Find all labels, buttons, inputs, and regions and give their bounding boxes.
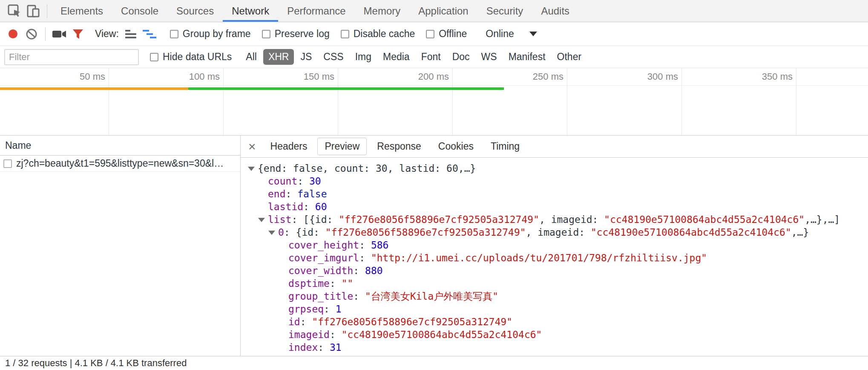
filter-type-xhr[interactable]: XHR [263, 49, 294, 65]
checkbox-label: Group by frame [183, 28, 251, 40]
checkbox-icon[interactable] [262, 30, 270, 38]
toolbar-separator [47, 4, 47, 18]
tab-console[interactable]: Console [112, 0, 167, 22]
detail-tab-cookies[interactable]: Cookies [431, 138, 480, 155]
tree-line[interactable]: imageid: "cc48190e57100864abc4d55a2c4104… [241, 328, 868, 341]
filter-type-font[interactable]: Font [416, 49, 446, 65]
tree-line[interactable]: list: [{id: "ff276e8056f58896e7cf92505a3… [241, 213, 868, 226]
clear-button[interactable] [22, 25, 41, 43]
tree-line[interactable]: dsptime: "" [241, 277, 868, 290]
tab-memory[interactable]: Memory [355, 0, 410, 22]
tree-line[interactable]: id: "ff276e8056f58896e7cf92505a312749" [241, 315, 868, 328]
request-row[interactable]: zj?ch=beauty&t1=595&listtype=new&sn=30&l… [0, 156, 240, 172]
filter-type-media[interactable]: Media [378, 49, 415, 65]
filter-type-other[interactable]: Other [552, 49, 587, 65]
filter-type-doc[interactable]: Doc [447, 49, 475, 65]
tab-audits[interactable]: Audits [532, 0, 578, 22]
timeline-tick-label: 100 ms [156, 68, 220, 85]
filter-type-js[interactable]: JS [295, 49, 317, 65]
filter-button[interactable] [69, 25, 87, 43]
record-button[interactable] [3, 25, 22, 43]
tree-line[interactable]: grpseq: 1 [241, 303, 868, 315]
tab-application[interactable]: Application [409, 0, 477, 22]
timeline-gridline [452, 68, 453, 135]
checkbox-disable-cache[interactable]: Disable cache [341, 28, 415, 40]
tree-line[interactable]: 0: {id: "ff276e8056f58896e7cf92505a31274… [241, 226, 868, 239]
json-punctuation: : {id: [284, 227, 325, 238]
disclosure-triangle-icon[interactable] [247, 162, 258, 175]
timeline-tick-label: 200 ms [385, 68, 449, 85]
json-punctuation: ,…},…] [805, 214, 840, 225]
tab-security[interactable]: Security [477, 0, 532, 22]
timeline-tick-label: 300 ms [614, 68, 678, 85]
tree-line[interactable]: cover_height: 586 [241, 239, 868, 251]
detail-tab-timing[interactable]: Timing [484, 138, 526, 155]
checkbox-icon[interactable] [170, 30, 178, 38]
json-punctuation: ,…} [791, 227, 809, 238]
screenshot-button[interactable] [50, 25, 69, 43]
tree-line[interactable]: cover_imgurl: "http://i1.umei.cc/uploads… [241, 251, 868, 264]
json-punctuation: : [330, 329, 342, 340]
checkbox-icon[interactable] [150, 53, 158, 61]
tree-line[interactable]: {end: false, count: 30, lastid: 60,…} [241, 162, 868, 175]
tree-line[interactable]: index: 31 [241, 341, 868, 354]
tree-line[interactable]: cover_width: 880 [241, 264, 868, 277]
json-boolean: false [297, 188, 327, 199]
timeline-gridline [796, 68, 796, 135]
json-punctuation: : [286, 188, 298, 199]
tree-line[interactable]: group_title: "台湾美女Kila户外唯美写真" [241, 290, 868, 303]
disclosure-triangle-icon[interactable] [268, 226, 278, 239]
json-number: 60 [315, 201, 327, 212]
device-toolbar-button[interactable] [24, 2, 43, 20]
preview-tree[interactable]: {end: false, count: 30, lastid: 60,…}cou… [241, 158, 868, 354]
close-icon: × [248, 139, 256, 153]
inspect-icon [7, 3, 22, 19]
json-punctuation: : [297, 176, 309, 187]
tab-network[interactable]: Network [223, 0, 278, 22]
request-rows-view-button[interactable] [121, 25, 140, 43]
tree-line[interactable]: count: 30 [241, 175, 868, 188]
filter-type-img[interactable]: Img [350, 49, 377, 65]
timeline-tick-label: 150 ms [270, 68, 334, 85]
detail-tab-response[interactable]: Response [370, 138, 428, 155]
filter-input[interactable] [4, 49, 139, 65]
tab-sources[interactable]: Sources [167, 0, 223, 22]
name-column-header[interactable]: Name [0, 136, 240, 156]
json-key: cover_height [288, 240, 359, 251]
filter-type-manifest[interactable]: Manifest [503, 49, 551, 65]
throttling-select[interactable]: Online [486, 28, 537, 40]
overview-view-button[interactable] [140, 25, 159, 43]
type-filter-list: AllXHRJSCSSImgMediaFontDocWSManifestOthe… [239, 49, 586, 65]
detail-panel: × HeadersPreviewResponseCookiesTiming {e… [241, 136, 868, 356]
json-punctuation: {end: false, count: 30, lastid: 60,…} [258, 163, 476, 174]
detail-tab-preview[interactable]: Preview [317, 138, 367, 155]
json-punctuation: : [359, 252, 371, 263]
inspect-element-button[interactable] [5, 2, 24, 20]
timeline-overview[interactable]: 50 ms100 ms150 ms200 ms250 ms300 ms350 m… [0, 68, 868, 136]
checkbox-group-by-frame[interactable]: Group by frame [170, 28, 251, 40]
filter-type-ws[interactable]: WS [476, 49, 502, 65]
close-detail-button[interactable]: × [244, 140, 260, 153]
tree-line[interactable]: end: false [241, 188, 868, 200]
filter-funnel-icon [72, 29, 84, 40]
checkbox-hide-data-urls[interactable]: Hide data URLs [150, 51, 232, 63]
disclosure-triangle-icon[interactable] [258, 213, 268, 226]
request-icon [3, 159, 12, 168]
requests-panel: Name zj?ch=beauty&t1=595&listtype=new&sn… [0, 136, 241, 356]
checkbox-offline[interactable]: Offline [426, 28, 467, 40]
json-punctuation: : [303, 201, 315, 212]
timeline-gridline [223, 68, 224, 135]
json-number: 1 [336, 304, 342, 315]
overview-bar-loaded [188, 87, 504, 90]
filter-type-css[interactable]: CSS [318, 49, 348, 65]
checkbox-icon[interactable] [426, 30, 434, 38]
filter-type-all[interactable]: All [241, 49, 262, 65]
json-key: group_title [288, 291, 353, 302]
tab-elements[interactable]: Elements [52, 0, 112, 22]
detail-tab-headers[interactable]: Headers [264, 138, 314, 155]
checkbox-preserve-log[interactable]: Preserve log [262, 28, 330, 40]
checkbox-icon[interactable] [341, 30, 349, 38]
tree-line[interactable]: lastid: 60 [241, 200, 868, 213]
tab-performance[interactable]: Performance [278, 0, 354, 22]
view-label: View: [95, 28, 119, 40]
